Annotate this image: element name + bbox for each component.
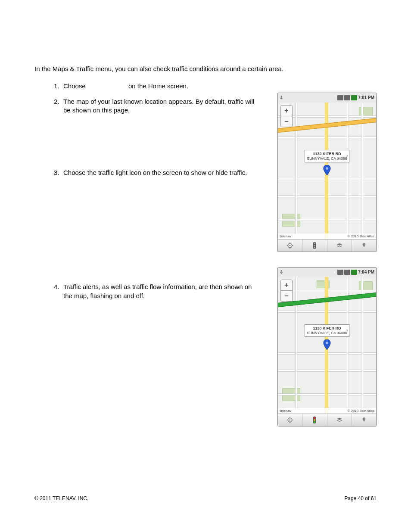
step-number: 3. xyxy=(54,168,63,177)
document-page: In the Maps & Traffic menu, you can also… xyxy=(0,0,411,532)
copyright-label: © 2010 Tele Atlas xyxy=(347,234,374,239)
zoom-out-button[interactable]: − xyxy=(281,291,292,301)
map-area[interactable]: 1130 KIFER RD SUNNYVALE, CA 94086 › + − … xyxy=(278,277,376,414)
locate-button[interactable] xyxy=(278,414,302,426)
step1-post: on the Home screen. xyxy=(128,82,188,90)
page-number: Page 40 of 61 xyxy=(344,495,377,502)
address-line1: 1130 KIFER RD xyxy=(307,326,347,331)
signal-icon xyxy=(344,270,350,275)
signal-icon xyxy=(344,95,350,100)
download-icon: ⇩ xyxy=(280,95,283,101)
step-number: 1. xyxy=(54,82,63,90)
step-number: 4. xyxy=(54,283,63,291)
traffic-toggle-button[interactable] xyxy=(302,240,327,252)
screenshots-column: ⇩ 7:01 PM xyxy=(277,93,377,442)
brand-label: telenav xyxy=(280,234,292,239)
step-text: The map of your last known location appe… xyxy=(63,97,266,115)
brand-label: telenav xyxy=(280,409,292,414)
traffic-toggle-button[interactable] xyxy=(302,414,327,426)
address-line2: SUNNYVALE, CA 94086 xyxy=(307,156,347,161)
zoom-control: + − xyxy=(280,280,293,302)
zoom-control: + − xyxy=(280,105,293,127)
address-callout[interactable]: 1130 KIFER RD SUNNYVALE, CA 94086 › xyxy=(304,324,350,337)
svg-point-9 xyxy=(290,420,291,421)
map-toolbar xyxy=(278,239,376,252)
address-line1: 1130 KIFER RD xyxy=(307,152,347,156)
network-3g-icon xyxy=(337,270,343,275)
step-1: 1. Choose on the Home screen. xyxy=(54,82,377,90)
svg-point-2 xyxy=(290,245,291,246)
zoom-in-button[interactable]: + xyxy=(281,106,292,116)
svg-point-0 xyxy=(326,167,328,170)
step1-pre: Choose xyxy=(63,82,86,90)
layers-button[interactable] xyxy=(327,240,352,252)
map-road xyxy=(295,277,297,414)
map-attribution: telenav © 2010 Tele Atlas xyxy=(278,408,376,414)
location-pin-icon xyxy=(323,165,331,175)
step-text: Traffic alerts, as well as traffic flow … xyxy=(63,283,266,300)
battery-icon xyxy=(351,270,357,275)
step-text: Choose on the Home screen. xyxy=(63,82,377,90)
address-line2: SUNNYVALE, CA 94086 xyxy=(307,331,347,335)
phone-screenshot-1: ⇩ 7:01 PM xyxy=(277,93,377,252)
chevron-right-icon: › xyxy=(346,328,348,333)
phone-screenshot-2: ⇩ 7:04 PM xyxy=(277,267,377,426)
layers-button[interactable] xyxy=(327,414,352,426)
zoom-out-button[interactable]: − xyxy=(281,116,292,127)
locate-button[interactable] xyxy=(278,240,302,252)
map-road xyxy=(295,103,297,240)
zoom-in-button[interactable]: + xyxy=(281,280,292,291)
map-area[interactable]: 1130 KIFER RD SUNNYVALE, CA 94086 › + − … xyxy=(278,103,376,240)
address-callout[interactable]: 1130 KIFER RD SUNNYVALE, CA 94086 › xyxy=(304,150,350,162)
copyright-text: © 2011 TELENAV, INC. xyxy=(34,495,88,502)
download-icon: ⇩ xyxy=(280,269,283,275)
chevron-right-icon: › xyxy=(346,153,348,159)
step-number: 2. xyxy=(54,97,63,106)
location-pin-icon xyxy=(323,339,331,350)
svg-point-7 xyxy=(326,342,328,344)
places-button[interactable] xyxy=(352,240,376,252)
status-bar: ⇩ 7:04 PM xyxy=(278,268,376,277)
places-button[interactable] xyxy=(352,414,376,426)
traffic-light-icon xyxy=(313,417,316,423)
traffic-light-icon xyxy=(313,242,316,249)
map-attribution: telenav © 2010 Tele Atlas xyxy=(278,233,376,240)
clock: 7:04 PM xyxy=(358,269,374,275)
copyright-label: © 2010 Tele Atlas xyxy=(347,409,374,414)
intro-paragraph: In the Maps & Traffic menu, you can also… xyxy=(34,65,377,73)
page-footer: © 2011 TELENAV, INC. Page 40 of 61 xyxy=(34,495,377,502)
network-3g-icon xyxy=(337,95,343,100)
status-bar: ⇩ 7:01 PM xyxy=(278,93,376,103)
battery-icon xyxy=(351,95,357,100)
map-toolbar xyxy=(278,414,376,426)
clock: 7:01 PM xyxy=(358,95,374,101)
